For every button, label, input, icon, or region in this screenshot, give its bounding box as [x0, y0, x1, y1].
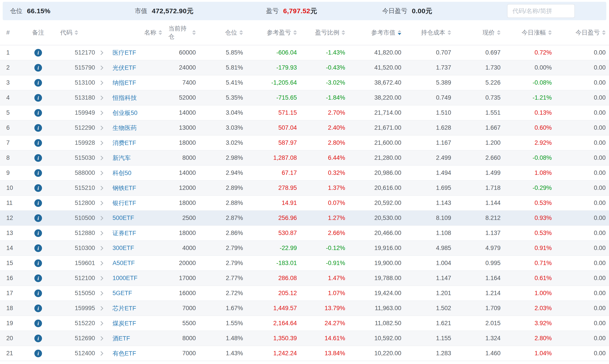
chevron-right-icon[interactable] — [99, 51, 103, 55]
chevron-right-icon[interactable] — [99, 141, 103, 145]
info-icon[interactable]: i — [34, 274, 42, 282]
column-header-weight[interactable]: 仓位 — [202, 20, 249, 45]
chevron-right-icon[interactable] — [99, 276, 103, 281]
etf-name-link[interactable]: 有色ETF — [113, 350, 136, 357]
info-icon[interactable]: i — [34, 169, 42, 177]
table-row[interactable]: 15i159601A50ETF200002.79%-183.01-0.91%19… — [0, 256, 609, 271]
chevron-right-icon[interactable] — [99, 80, 103, 85]
etf-name-link[interactable]: 酒ETF — [113, 334, 130, 342]
info-icon[interactable]: i — [34, 260, 42, 267]
etf-name-link[interactable]: 300ETF — [113, 245, 134, 252]
chevron-right-icon[interactable] — [99, 336, 103, 341]
etf-name-link[interactable]: 消费ETF — [113, 139, 136, 147]
column-header-cost[interactable]: 持仓成本 — [408, 20, 457, 45]
sort-caret-icon[interactable] — [448, 30, 451, 35]
etf-name-link[interactable]: 恒指科技 — [113, 94, 137, 102]
info-icon[interactable]: i — [34, 49, 42, 57]
chevron-right-icon[interactable] — [99, 171, 103, 175]
column-header-today_chg[interactable]: 今日涨幅 — [507, 20, 558, 45]
etf-name-link[interactable]: 钢铁ETF — [113, 184, 136, 192]
chevron-right-icon[interactable] — [99, 65, 103, 70]
sort-caret-icon[interactable] — [398, 30, 401, 35]
info-icon[interactable]: i — [34, 94, 42, 102]
table-row[interactable]: 20i512690酒ETF80001.48%1,350.3914.61%10,5… — [0, 331, 609, 346]
info-icon[interactable]: i — [34, 244, 42, 252]
chevron-right-icon[interactable] — [99, 96, 103, 100]
info-icon[interactable]: i — [34, 199, 42, 207]
table-row[interactable]: 19i515220煤炭ETF55001.55%2,164.6424.27%11,… — [0, 316, 609, 331]
table-row[interactable]: 11i512800银行ETF180002.88%14.910.07%20,592… — [0, 196, 609, 211]
chevron-right-icon[interactable] — [99, 246, 103, 250]
chevron-right-icon[interactable] — [99, 351, 103, 356]
chevron-right-icon[interactable] — [99, 291, 103, 296]
etf-name-link[interactable]: 1000ETF — [113, 275, 137, 282]
table-row[interactable]: 2i515790光伏ETF240005.81%-179.93-0.43%41,5… — [0, 60, 609, 75]
sort-caret-icon[interactable] — [239, 30, 243, 35]
etf-name-link[interactable]: 医疗ETF — [113, 49, 136, 57]
chevron-right-icon[interactable] — [99, 186, 103, 190]
table-row[interactable]: 10i515210钢铁ETF120002.89%278.951.37%20,61… — [0, 181, 609, 196]
column-header-ref_pl[interactable]: 参考盈亏 — [249, 20, 303, 45]
table-row[interactable]: 5i159949创业板50140003.04%571.152.70%21,714… — [0, 105, 609, 120]
column-header-ref_mkt_val[interactable]: 参考市值 — [351, 20, 408, 45]
sort-caret-icon[interactable] — [497, 30, 501, 35]
etf-name-link[interactable]: 银行ETF — [113, 199, 136, 207]
chevron-right-icon[interactable] — [99, 111, 103, 115]
etf-name-link[interactable]: 纳指ETF — [113, 79, 136, 87]
table-row[interactable]: 16i5121001000ETF170002.77%286.081.47%19,… — [0, 271, 609, 286]
column-header-code[interactable]: 代码 — [54, 20, 109, 45]
info-icon[interactable]: i — [34, 109, 42, 117]
table-row[interactable]: 21i512400有色ETF70001.43%1,242.2413.84%10,… — [0, 346, 609, 361]
chevron-right-icon[interactable] — [99, 216, 103, 220]
info-icon[interactable]: i — [34, 64, 42, 72]
table-row[interactable]: 14i510300300ETF40002.79%-22.99-0.12%19,9… — [0, 241, 609, 256]
sort-caret-icon[interactable] — [159, 30, 162, 35]
table-row[interactable]: 3i513100纳指ETF74005.41%-1,205.64-3.02%38,… — [0, 75, 609, 91]
table-row[interactable]: 1i512170医疗ETF600005.85%-606.04-1.43%41,8… — [0, 45, 609, 60]
column-header-name[interactable]: 名称 — [109, 20, 168, 45]
etf-name-link[interactable]: 生物医药 — [113, 124, 137, 132]
table-row[interactable]: 6i512290生物医药130003.03%507.042.40%21,671.… — [0, 120, 609, 136]
chevron-right-icon[interactable] — [99, 306, 103, 311]
column-header-qty[interactable]: 当前持仓 — [168, 20, 202, 45]
etf-name-link[interactable]: 光伏ETF — [113, 64, 136, 72]
column-header-pl_ratio[interactable]: 盈亏比例 — [303, 20, 351, 45]
chevron-right-icon[interactable] — [99, 156, 103, 160]
info-icon[interactable]: i — [34, 229, 42, 237]
etf-name-link[interactable]: 证券ETF — [113, 229, 136, 237]
sort-caret-icon[interactable] — [548, 30, 552, 35]
chevron-right-icon[interactable] — [99, 201, 103, 205]
info-icon[interactable]: i — [34, 79, 42, 87]
info-icon[interactable]: i — [34, 335, 42, 342]
info-icon[interactable]: i — [34, 320, 42, 327]
sort-caret-icon[interactable] — [293, 30, 297, 35]
table-row[interactable]: 13i512880证券ETF180002.86%530.872.66%20,46… — [0, 226, 609, 241]
info-icon[interactable]: i — [34, 139, 42, 147]
table-row[interactable]: 9i588000科创50140002.94%67.170.32%20,986.0… — [0, 166, 609, 181]
search-input[interactable] — [507, 4, 575, 18]
table-row[interactable]: 7i159928消费ETF180003.02%587.972.80%21,600… — [0, 136, 609, 151]
chevron-right-icon[interactable] — [99, 231, 103, 235]
sort-caret-icon[interactable] — [192, 30, 196, 35]
column-header-today_pl[interactable]: 今日盈亏 — [558, 20, 609, 45]
sort-caret-icon[interactable] — [342, 30, 345, 35]
chevron-right-icon[interactable] — [99, 321, 103, 326]
etf-name-link[interactable]: 创业板50 — [113, 109, 137, 117]
etf-name-link[interactable]: 5GETF — [113, 290, 132, 297]
table-row[interactable]: 4i513180恒指科技520005.35%-715.65-1.84%38,22… — [0, 91, 609, 105]
info-icon[interactable]: i — [34, 124, 42, 132]
info-icon[interactable]: i — [34, 154, 42, 162]
table-row[interactable]: 8i515030新汽车80002.98%1,287.086.44%21,280.… — [0, 151, 609, 166]
table-row[interactable]: 18i159995芯片ETF70001.67%1,449.5713.79%11,… — [0, 301, 609, 316]
etf-name-link[interactable]: 500ETF — [113, 215, 134, 221]
etf-name-link[interactable]: 新汽车 — [113, 154, 131, 162]
sort-caret-icon[interactable] — [602, 30, 606, 35]
info-icon[interactable]: i — [34, 289, 42, 297]
info-icon[interactable]: i — [34, 305, 42, 312]
chevron-right-icon[interactable] — [99, 261, 103, 265]
info-icon[interactable]: i — [34, 184, 42, 192]
table-row[interactable]: 12i510500500ETF25002.87%256.961.27%20,53… — [0, 211, 609, 226]
chevron-right-icon[interactable] — [99, 126, 103, 130]
etf-name-link[interactable]: 芯片ETF — [113, 304, 136, 312]
sort-caret-icon[interactable] — [75, 30, 78, 35]
